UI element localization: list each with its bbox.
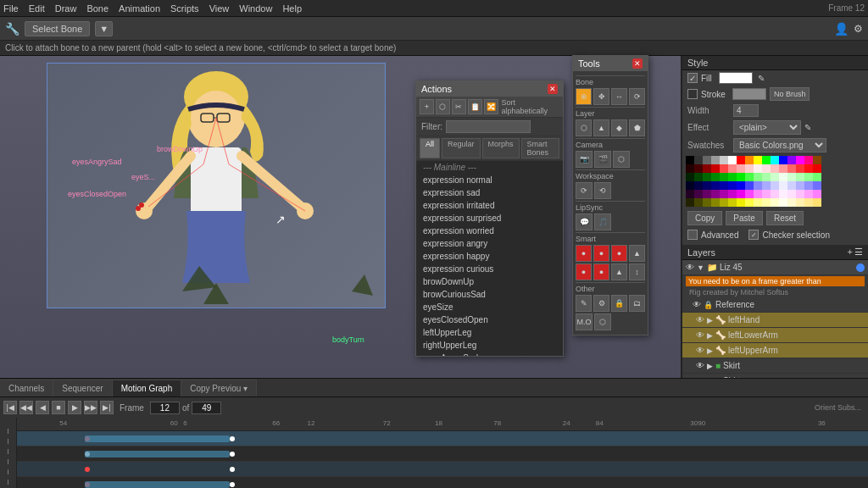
swatch-cell[interactable] bbox=[779, 190, 787, 198]
tool-other-2[interactable]: ⚙ bbox=[593, 295, 609, 312]
swatch-cell[interactable] bbox=[711, 173, 720, 181]
swatch-cell[interactable] bbox=[813, 181, 821, 190]
action-item-7[interactable]: expression happy bbox=[416, 250, 563, 263]
layer-expand-icon[interactable]: ▼ bbox=[697, 263, 704, 272]
swatch-cell[interactable] bbox=[813, 198, 821, 207]
fill-color-swatch[interactable] bbox=[719, 72, 753, 84]
frame-input[interactable]: 12 bbox=[150, 402, 180, 414]
tl-btn-stop[interactable]: ■ bbox=[52, 401, 65, 414]
tool-layer-3[interactable]: ◆ bbox=[611, 119, 627, 136]
swatch-cell[interactable] bbox=[686, 156, 694, 164]
copy-style-button[interactable]: Copy bbox=[687, 211, 722, 225]
swatch-cell[interactable] bbox=[762, 156, 771, 164]
layer-liz45[interactable]: 👁 ▼ 📁 Liz 45 bbox=[682, 260, 868, 275]
stroke-color-swatch[interactable] bbox=[732, 88, 766, 100]
action-item-1[interactable]: expression normal bbox=[416, 174, 563, 186]
tool-layer-4[interactable]: ⬟ bbox=[629, 119, 645, 136]
tl-btn-back[interactable]: ◀ bbox=[36, 401, 49, 414]
swatch-cell[interactable] bbox=[771, 173, 779, 181]
swatch-cell[interactable] bbox=[804, 173, 813, 181]
swatch-cell[interactable] bbox=[754, 181, 762, 190]
tool-camera-3[interactable]: ⬡ bbox=[613, 151, 630, 168]
swatch-cell[interactable] bbox=[787, 156, 796, 164]
tab-sequencer[interactable]: Sequencer bbox=[53, 380, 112, 396]
menu-view[interactable]: View bbox=[209, 3, 230, 14]
menu-draw[interactable]: Draw bbox=[55, 3, 77, 14]
swatch-cell[interactable] bbox=[771, 164, 779, 173]
tool-bone-add[interactable]: ⊕ bbox=[576, 88, 592, 105]
swatch-cell[interactable] bbox=[694, 173, 703, 181]
tools-panel-header[interactable]: Tools ✕ bbox=[573, 56, 648, 71]
layer-lh-eye[interactable]: 👁 bbox=[696, 315, 704, 324]
swatch-cell[interactable] bbox=[771, 156, 779, 164]
action-item-12[interactable]: eyesClosedOpen bbox=[416, 313, 563, 326]
swatch-cell[interactable] bbox=[720, 156, 728, 164]
layer-sk-expand[interactable]: ▶ bbox=[707, 362, 713, 370]
swatch-cell[interactable] bbox=[754, 164, 762, 173]
layer-sh-expand[interactable]: ▶ bbox=[707, 377, 713, 379]
swatch-cell[interactable] bbox=[804, 181, 813, 190]
swatch-cell[interactable] bbox=[779, 173, 787, 181]
swatch-cell[interactable] bbox=[796, 190, 804, 198]
menu-edit[interactable]: Edit bbox=[29, 3, 45, 14]
action-item-13[interactable]: leftUpperLeg bbox=[416, 326, 563, 339]
layer-eye-icon[interactable]: 👁 bbox=[686, 263, 694, 272]
layer-sk-eye[interactable]: 👁 bbox=[696, 361, 704, 370]
layer-lla-expand[interactable]: ▶ bbox=[707, 331, 713, 340]
filter-input[interactable] bbox=[446, 120, 531, 133]
swatch-cell[interactable] bbox=[754, 190, 762, 198]
tool-bone-move[interactable]: ✥ bbox=[593, 88, 609, 105]
tab-motion-graph[interactable]: Motion Graph bbox=[113, 380, 182, 396]
no-brush-button[interactable]: No Brush bbox=[770, 87, 810, 101]
swatch-cell[interactable] bbox=[796, 181, 804, 190]
actions-list[interactable]: --- Mainline ---expression normalexpress… bbox=[416, 161, 563, 356]
tl-track-1[interactable] bbox=[17, 431, 868, 446]
tool-smart-red[interactable]: ● bbox=[576, 245, 592, 262]
layer-leftlowerarm[interactable]: 👁 ▶ 🦴 leftLowerArm bbox=[682, 328, 868, 343]
layer-options-icon[interactable]: ☰ bbox=[854, 247, 863, 258]
tl-btn-next[interactable]: ▶▶ bbox=[84, 401, 97, 414]
swatch-cell[interactable] bbox=[694, 198, 703, 207]
swatch-cell[interactable] bbox=[694, 181, 703, 190]
tab-copy-previous[interactable]: Copy Previou ▾ bbox=[181, 380, 257, 396]
swatch-cell[interactable] bbox=[711, 198, 720, 207]
swatch-cell[interactable] bbox=[703, 173, 711, 181]
action-item-0[interactable]: --- Mainline --- bbox=[416, 161, 563, 174]
layer-add-icon[interactable]: + bbox=[848, 247, 853, 258]
tool-camera-1[interactable]: 📷 bbox=[576, 151, 593, 168]
layer-lefthand[interactable]: 👁 ▶ 🦴 leftHand bbox=[682, 313, 868, 328]
tl-track-4[interactable] bbox=[17, 477, 868, 488]
action-item-9[interactable]: browDownUp bbox=[416, 275, 563, 288]
layer-shirt[interactable]: 👁 ▶ ■ Shirt bbox=[682, 374, 868, 378]
swatch-cell[interactable] bbox=[711, 164, 720, 173]
tool-other-1[interactable]: ✎ bbox=[576, 295, 592, 312]
swatch-cell[interactable] bbox=[686, 164, 694, 173]
tl-btn-end[interactable]: ▶| bbox=[100, 401, 114, 414]
tab-morphs[interactable]: Morphs bbox=[482, 138, 520, 158]
tool-layer-1[interactable]: ⬡ bbox=[576, 119, 592, 136]
swatch-cell[interactable] bbox=[728, 198, 737, 207]
swatch-cell[interactable] bbox=[694, 164, 703, 173]
tool-bone-3[interactable]: ↔ bbox=[611, 88, 627, 105]
swatch-cell[interactable] bbox=[737, 181, 745, 190]
swatch-cell[interactable] bbox=[694, 156, 703, 164]
width-input[interactable] bbox=[733, 104, 759, 117]
swatch-cell[interactable] bbox=[796, 173, 804, 181]
tool-ws-2[interactable]: ⟲ bbox=[594, 182, 611, 199]
swatch-cell[interactable] bbox=[711, 156, 720, 164]
fill-edit-icon[interactable]: ✎ bbox=[758, 74, 765, 83]
swatch-cell[interactable] bbox=[728, 156, 737, 164]
swatch-cell[interactable] bbox=[813, 173, 821, 181]
fill-checkbox[interactable]: ✓ bbox=[687, 73, 698, 83]
swatch-cell[interactable] bbox=[762, 190, 771, 198]
swatch-cell[interactable] bbox=[694, 190, 703, 198]
swatch-cell[interactable] bbox=[771, 190, 779, 198]
swatch-cell[interactable] bbox=[728, 181, 737, 190]
swatch-cell[interactable] bbox=[737, 156, 745, 164]
advanced-checkbox[interactable] bbox=[687, 230, 698, 240]
tool-layer-2[interactable]: ▲ bbox=[593, 119, 609, 136]
swatches-file-select[interactable]: Basic Colors.png bbox=[733, 138, 826, 152]
swatch-cell[interactable] bbox=[787, 173, 796, 181]
swatch-cell[interactable] bbox=[711, 190, 720, 198]
reset-style-button[interactable]: Reset bbox=[766, 211, 804, 225]
